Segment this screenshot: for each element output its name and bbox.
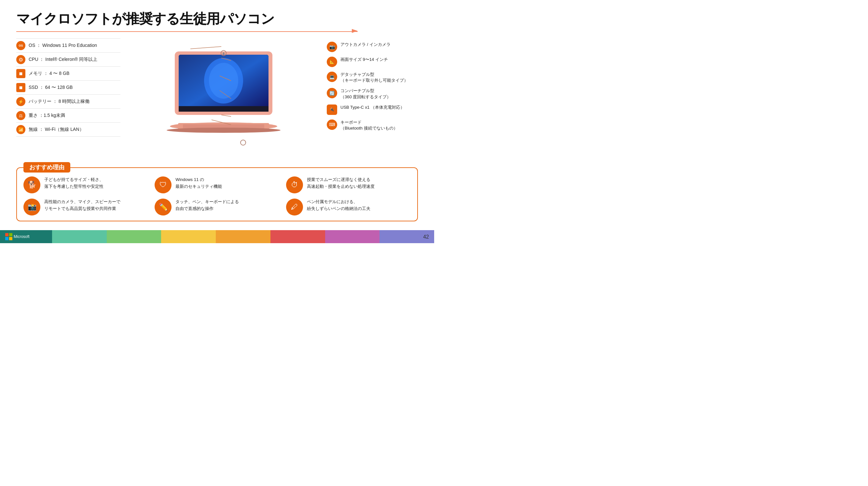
recommend-pen: 🖊 ペン付属モデルにおける、紛失しずらいペンの格納法の工夫 — [286, 199, 411, 215]
ssd-icon: ■ — [16, 83, 25, 92]
spec-ssd: ■ SSD ： 64 〜 128 GB — [16, 81, 120, 95]
color-purple — [325, 230, 380, 243]
color-red — [271, 230, 325, 243]
spec-battery: ⚡ バッテリー ： 8 時間以上稼働 — [16, 95, 120, 109]
spec-memory: ■ メモリ ： 4 〜 8 GB — [16, 67, 120, 81]
color-orange — [216, 230, 271, 243]
spec-cpu-text: CPU ： Intel® Celeron® 同等以上 — [29, 57, 97, 62]
recommend-pen-text: ペン付属モデルにおける、紛失しずらいペンの格納法の工夫 — [307, 199, 370, 212]
feature-convertible-sub: （360 度回転するタイプ） — [340, 94, 391, 100]
spec-weight-text: 重さ ：1.5 kg未満 — [29, 113, 65, 119]
feature-screen: 📐 画面サイズ 9〜14 インチ — [327, 57, 418, 67]
os-icon: OS — [16, 41, 25, 50]
feature-convertible-text: コンバーチブル型 — [340, 88, 391, 94]
recommend-security-text: Windows 11 の最新のセキュリティ機能 — [176, 176, 222, 190]
color-yellow — [161, 230, 216, 243]
detachable-icon: 💻 — [327, 71, 337, 82]
recommend-camera-icon: 📸 — [24, 199, 40, 215]
svg-rect-22 — [5, 237, 8, 240]
color-teal — [52, 230, 107, 243]
feature-detachable-text: デタッチャブル型 — [340, 71, 408, 78]
screen-icon: 📐 — [327, 57, 337, 67]
feature-camera: 📷 アウトカメラ / インカメラ — [327, 42, 418, 52]
feature-keyboard: ⌨ キーボード （Bluetooth 接続でないもの） — [327, 119, 418, 131]
feature-usb-text: USB Type-C x1 （本体充電対応） — [340, 104, 405, 110]
svg-rect-21 — [9, 233, 12, 236]
svg-point-10 — [167, 128, 281, 133]
spec-os: OS OS ： Windows 11 Pro Education — [16, 38, 120, 53]
recommend-touch-icon: ✏️ — [155, 199, 172, 215]
recommend-touch-text: タッチ、ペン、キーボードによる自由で直感的な操作 — [176, 199, 239, 212]
feature-detachable-sub: （キーボード取り外し可能タイプ） — [340, 78, 408, 83]
recommend-security: 🛡 Windows 11 の最新のセキュリティ機能 — [155, 176, 279, 193]
recommend-size-icon: 🐕 — [24, 176, 40, 193]
footer-colors — [52, 230, 434, 243]
cpu-icon: ⚙ — [16, 55, 25, 64]
page-title: マイクロソフトが推奨する生徒用パソコン — [16, 10, 418, 28]
recommend-camera: 📸 高性能のカメラ、マイク、スピーカーでリモートでも高品質な授業や共同作業 — [24, 199, 148, 215]
recommend-speed-text: 授業でスムーズに遅滞なく使える高速起動・授業を止めない処理速度 — [307, 176, 375, 190]
recommend-size-text: 子どもが持てるサイズ・軽さ、落下を考慮した堅牢性や安定性 — [44, 176, 103, 190]
laptop-area — [120, 38, 327, 162]
recommend-speed-icon: ⏱ — [286, 176, 303, 193]
weight-icon: ⚖ — [16, 111, 25, 120]
spec-memory-text: メモリ ： 4 〜 8 GB — [29, 71, 69, 77]
memory-icon: ■ — [16, 69, 25, 78]
page-number: 42 — [423, 234, 429, 240]
color-green — [107, 230, 161, 243]
recommend-grid: 🐕 子どもが持てるサイズ・軽さ、落下を考慮した堅牢性や安定性 🛡 Windows… — [24, 176, 411, 215]
svg-point-12 — [241, 140, 246, 145]
slide: マイクロソフトが推奨する生徒用パソコン OS OS ： Windows 11 P… — [0, 0, 434, 243]
keyboard-icon: ⌨ — [327, 119, 337, 130]
recommend-pen-icon: 🖊 — [286, 199, 303, 215]
recommend-section: おすすめ理由 🐕 子どもが持てるサイズ・軽さ、落下を考慮した堅牢性や安定性 🛡 … — [16, 167, 418, 221]
spec-os-text: OS ： Windows 11 Pro Education — [29, 43, 97, 49]
svg-rect-5 — [179, 106, 269, 112]
wifi-icon: 📶 — [16, 125, 25, 134]
spec-weight: ⚖ 重さ ：1.5 kg未満 — [16, 109, 120, 123]
recommend-security-icon: 🛡 — [155, 176, 172, 193]
recommend-size: 🐕 子どもが持てるサイズ・軽さ、落下を考慮した堅牢性や安定性 — [24, 176, 148, 193]
svg-text:Microsoft: Microsoft — [14, 234, 30, 239]
battery-icon: ⚡ — [16, 97, 25, 106]
feature-detachable: 💻 デタッチャブル型 （キーボード取り外し可能タイプ） — [327, 71, 418, 83]
svg-rect-23 — [9, 237, 12, 240]
right-features: 📷 アウトカメラ / インカメラ 📐 画面サイズ 9〜14 インチ 💻 デタッチ… — [327, 38, 418, 162]
convertible-icon: 🔄 — [327, 88, 337, 98]
microsoft-logo: Microsoft — [5, 233, 38, 240]
recommend-title: おすすめ理由 — [24, 162, 70, 173]
feature-convertible: 🔄 コンバーチブル型 （360 度回転するタイプ） — [327, 88, 418, 100]
recommend-speed: ⏱ 授業でスムーズに遅滞なく使える高速起動・授業を止めない処理速度 — [286, 176, 411, 193]
svg-rect-20 — [5, 233, 8, 236]
title-arrow — [16, 31, 418, 33]
recommend-camera-text: 高性能のカメラ、マイク、スピーカーでリモートでも高品質な授業や共同作業 — [44, 199, 120, 212]
spec-wifi-text: 無線 ： Wi-Fi（無線 LAN） — [29, 127, 84, 132]
usb-icon: 🔌 — [327, 104, 337, 115]
feature-usb: 🔌 USB Type-C x1 （本体充電対応） — [327, 104, 418, 115]
footer: Microsoft 42 — [0, 230, 434, 243]
feature-keyboard-text: キーボード — [340, 119, 398, 125]
laptop-image — [165, 48, 282, 152]
feature-camera-text: アウトカメラ / インカメラ — [340, 42, 391, 48]
svg-point-6 — [223, 53, 224, 54]
feature-screen-text: 画面サイズ 9〜14 インチ — [340, 57, 388, 62]
camera-icon: 📷 — [327, 42, 337, 52]
spec-wifi: 📶 無線 ： Wi-Fi（無線 LAN） — [16, 123, 120, 137]
spec-ssd-text: SSD ： 64 〜 128 GB — [29, 85, 72, 91]
footer-brand: Microsoft — [0, 230, 52, 243]
recommend-touch: ✏️ タッチ、ペン、キーボードによる自由で直感的な操作 — [155, 199, 279, 215]
specs-panel: OS OS ： Windows 11 Pro Education ⚙ CPU ：… — [16, 38, 120, 162]
svg-point-4 — [209, 63, 238, 99]
feature-keyboard-sub: （Bluetooth 接続でないもの） — [340, 125, 398, 131]
spec-cpu: ⚙ CPU ： Intel® Celeron® 同等以上 — [16, 53, 120, 67]
spec-battery-text: バッテリー ： 8 時間以上稼働 — [29, 99, 90, 104]
